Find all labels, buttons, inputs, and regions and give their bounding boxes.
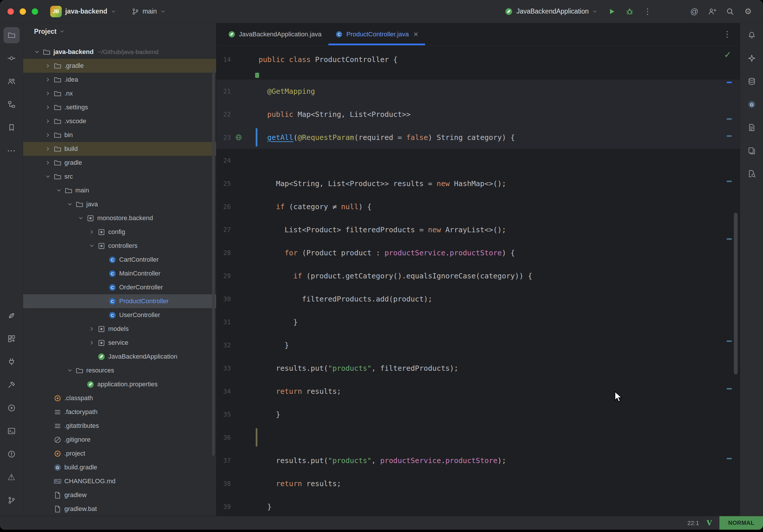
tree-item-.nx[interactable]: .nx: [23, 86, 216, 100]
code-text[interactable]: getAll(@RequestParam(required = false) S…: [258, 133, 740, 142]
tree-item-build.gradle[interactable]: Gbuild.gradle: [23, 461, 216, 474]
line-number[interactable]: 37: [216, 457, 231, 464]
code-line-37[interactable]: 37 results.put("products", productServic…: [216, 449, 740, 472]
editor-tab-JavaBackendApplication.java[interactable]: JavaBackendApplication.java: [221, 23, 328, 45]
toolwindow-button-commit[interactable]: [3, 50, 20, 66]
toolwindow-button-dependencies[interactable]: [744, 143, 760, 159]
tree-item-ProductController[interactable]: CProductController: [23, 294, 216, 308]
project-panel-header[interactable]: Project: [23, 23, 216, 40]
settings-button[interactable]: ⚙: [740, 4, 755, 19]
tree-item-.classpath[interactable]: .classpath: [23, 391, 216, 405]
toolwindow-button-project[interactable]: [3, 27, 20, 43]
code-text[interactable]: List<Product> filteredProducts = new Arr…: [258, 226, 740, 234]
tree-item-CartController[interactable]: CCartController: [23, 253, 216, 266]
tree-item-application.properties[interactable]: application.properties: [23, 377, 216, 391]
code-text[interactable]: filteredProducts.add(product);: [258, 295, 740, 303]
debug-button[interactable]: [622, 4, 637, 19]
toolwindow-button-run[interactable]: [3, 400, 20, 416]
line-number[interactable]: 24: [216, 157, 231, 164]
close-tab-button[interactable]: ×: [413, 30, 418, 39]
chevron-right-icon[interactable]: [45, 160, 54, 166]
editor-scrollbar[interactable]: [734, 213, 738, 374]
tree-item-config[interactable]: config: [23, 225, 216, 239]
more-actions-button[interactable]: ⋮: [640, 4, 655, 19]
code-line-21[interactable]: 21 @GetMapping: [216, 80, 740, 103]
tree-item-resources[interactable]: resources: [23, 364, 216, 377]
code-line-23[interactable]: 23 getAll(@RequestParam(required = false…: [216, 126, 740, 149]
endpoint-globe-icon[interactable]: [231, 126, 256, 149]
chevron-right-icon[interactable]: [45, 76, 54, 83]
code-text[interactable]: public Map<String, List<Product>>: [258, 110, 740, 119]
chevron-right-icon[interactable]: [45, 104, 54, 111]
close-window-button[interactable]: [8, 8, 14, 15]
code-line-34[interactable]: 34 return results;: [216, 380, 740, 403]
tree-item-java[interactable]: java: [23, 197, 216, 211]
code-text[interactable]: }: [258, 410, 740, 419]
line-number[interactable]: 31: [216, 319, 231, 326]
chevron-down-icon[interactable]: [67, 201, 76, 207]
chevron-right-icon[interactable]: [45, 118, 54, 124]
toolwindow-button-structure[interactable]: [3, 96, 20, 113]
code-line-33[interactable]: 33 results.put("products", filteredProdu…: [216, 357, 740, 380]
toolwindow-button-database[interactable]: [744, 73, 760, 89]
toolwindow-button-pull-requests[interactable]: [3, 73, 20, 89]
code-line-35[interactable]: 35 }: [216, 403, 740, 426]
toolwindow-button-notifications[interactable]: ⚠: [3, 469, 20, 485]
toolwindow-button-spring[interactable]: [3, 308, 20, 324]
tree-item-.vscode[interactable]: .vscode: [23, 114, 216, 128]
code-line-28[interactable]: 28 for (Product product : productService…: [216, 241, 740, 264]
code-editor[interactable]: 14public class ProductController {21 @Ge…: [216, 46, 740, 516]
vim-mode-badge[interactable]: NORMAL: [719, 516, 763, 530]
line-number[interactable]: 32: [216, 342, 231, 349]
code-text[interactable]: return results;: [258, 479, 740, 488]
line-number[interactable]: 35: [216, 411, 231, 418]
folded-region[interactable]: [216, 71, 740, 80]
tree-item-.project[interactable]: .project: [23, 447, 216, 461]
code-line-30[interactable]: 30 filteredProducts.add(product);: [216, 287, 740, 310]
code-text[interactable]: for (Product product : productService.pr…: [258, 249, 740, 257]
tree-item-.gitattributes[interactable]: .gitattributes: [23, 419, 216, 433]
code-line-32[interactable]: 32 }: [216, 334, 740, 357]
chevron-right-icon[interactable]: [45, 90, 54, 97]
project-widget[interactable]: JB java-backend: [46, 3, 120, 20]
chevron-down-icon[interactable]: [78, 215, 87, 221]
line-number[interactable]: 25: [216, 180, 231, 187]
line-number[interactable]: 23: [216, 134, 231, 141]
toolwindow-button-gradle[interactable]: G: [744, 96, 760, 113]
chevron-down-icon[interactable]: [34, 49, 43, 55]
line-number[interactable]: 22: [216, 111, 231, 118]
branch-widget[interactable]: main: [128, 5, 170, 18]
tree-item-JavaBackendApplication[interactable]: JavaBackendApplication: [23, 350, 216, 364]
code-line-14[interactable]: 14public class ProductController {: [216, 48, 740, 71]
chevron-down-icon[interactable]: [56, 187, 65, 194]
chevron-down-icon[interactable]: [45, 173, 54, 180]
tree-item-.gradle[interactable]: .gradle: [23, 59, 216, 73]
toolwindow-button-build[interactable]: [3, 377, 20, 393]
code-text[interactable]: public class ProductController {: [258, 55, 740, 64]
tree-item-bin[interactable]: bin: [23, 128, 216, 142]
code-line-38[interactable]: 38 return results;: [216, 472, 740, 495]
tree-scrollbar[interactable]: [212, 69, 215, 456]
chevron-right-icon[interactable]: [89, 326, 98, 332]
code-text[interactable]: }: [258, 341, 740, 349]
chevron-down-icon[interactable]: [67, 367, 76, 373]
tree-item-.idea[interactable]: .idea: [23, 73, 216, 86]
toolwindow-button-endpoints[interactable]: [3, 354, 20, 370]
toolwindow-button-notifications[interactable]: [744, 27, 760, 43]
code-text[interactable]: }: [258, 502, 740, 511]
code-text[interactable]: Map<String, List<Product>> results = new…: [258, 179, 740, 188]
line-number[interactable]: 30: [216, 295, 231, 303]
toolwindow-button-services[interactable]: [3, 331, 20, 347]
code-text[interactable]: }: [258, 318, 740, 326]
line-number[interactable]: 36: [216, 434, 231, 441]
tree-item-controllers[interactable]: controllers: [23, 239, 216, 253]
toolwindow-button-more-tool-windows[interactable]: ⋯: [3, 143, 20, 159]
editor-tab-ProductController.java[interactable]: CProductController.java×: [328, 23, 425, 45]
chevron-right-icon[interactable]: [45, 146, 54, 152]
code-with-me-button[interactable]: [705, 4, 720, 19]
tree-item-gradle[interactable]: gradle: [23, 156, 216, 170]
minimize-window-button[interactable]: [20, 8, 26, 15]
tree-item-.gitignore[interactable]: .gitignore: [23, 433, 216, 447]
search-everywhere-button[interactable]: [722, 4, 738, 19]
code-line-31[interactable]: 31 }: [216, 310, 740, 334]
